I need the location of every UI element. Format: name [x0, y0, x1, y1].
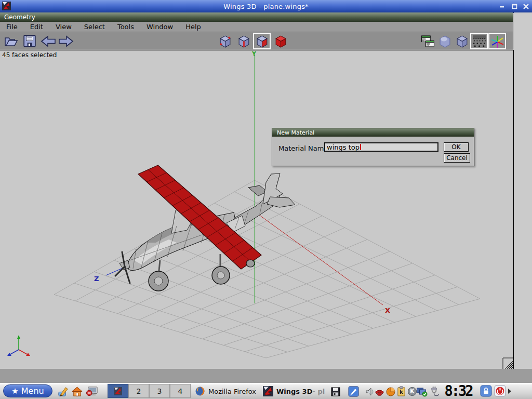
- menu-bar: File Edit View Select Tools Window Help: [0, 22, 513, 32]
- wings3d-app-icon: [2, 2, 11, 10]
- dialog-titlebar[interactable]: New Material: [272, 128, 474, 137]
- vertex-mode-button[interactable]: [216, 33, 234, 49]
- home-icon: [71, 385, 83, 397]
- smooth-cube-icon: [438, 34, 452, 48]
- y-axis-label: Y: [251, 50, 257, 57]
- ground-plane-toggle-button[interactable]: [470, 33, 488, 49]
- app-background: [514, 12, 532, 369]
- geometry-viewport[interactable]: Y: [0, 50, 514, 369]
- logout-button[interactable]: [494, 385, 506, 397]
- selection-status-text: 45 faces selected: [2, 51, 57, 59]
- axes-icon: [490, 34, 504, 48]
- power-plug-tray-icon[interactable]: [428, 385, 441, 398]
- ok-button[interactable]: OK: [444, 142, 469, 152]
- menu-tools[interactable]: Tools: [111, 23, 140, 31]
- save-floppy-icon: [23, 34, 36, 48]
- save-file-button[interactable]: [21, 33, 38, 49]
- start-menu-button[interactable]: ★ Menu: [3, 384, 52, 397]
- menu-edit[interactable]: Edit: [24, 23, 49, 31]
- menu-view[interactable]: View: [49, 23, 78, 31]
- geometry-window-title: Geometry: [4, 14, 35, 21]
- forward-arrow-icon: [58, 35, 74, 47]
- edge-mode-button[interactable]: [235, 33, 252, 49]
- face-mode-button[interactable]: [253, 33, 271, 49]
- workspace-3[interactable]: 3: [149, 384, 170, 398]
- dialog-title-text: New Material: [277, 129, 314, 136]
- maximize-button[interactable]: [510, 2, 518, 10]
- vertex-cube-icon: [218, 34, 232, 48]
- cancel-button[interactable]: Cancel: [444, 153, 470, 163]
- airplane-model[interactable]: [115, 165, 295, 291]
- workspace-4[interactable]: 4: [170, 384, 191, 398]
- show-axes-toggle-button[interactable]: [488, 33, 506, 49]
- edge-cube-icon: [237, 34, 251, 48]
- workspace-pager: 2 3 4: [108, 384, 191, 398]
- body-cube-icon: [274, 34, 288, 48]
- menu-window[interactable]: Window: [140, 23, 179, 31]
- taskbar-clock[interactable]: 8:32: [442, 383, 474, 398]
- task-wings3d[interactable]: Wings 3D - pl: [263, 385, 325, 397]
- firefox-icon: [195, 386, 205, 396]
- body-mode-button[interactable]: [272, 33, 289, 49]
- home-launcher-button[interactable]: [71, 385, 84, 398]
- open-file-button[interactable]: [2, 33, 20, 49]
- material-name-label: Material Name: [278, 144, 328, 152]
- windows-icon: [421, 34, 435, 48]
- menu-help[interactable]: Help: [179, 23, 207, 31]
- open-folder-icon: [4, 35, 18, 48]
- smooth-preview-button[interactable]: [436, 33, 454, 49]
- lock-session-button[interactable]: [480, 385, 492, 397]
- paint-tray-icon[interactable]: [347, 385, 360, 398]
- taskbar: ★ Menu: [0, 383, 532, 399]
- pencil-icon: [58, 385, 70, 397]
- wireframe-cube-icon: [455, 34, 469, 48]
- show-edges-button[interactable]: [453, 33, 471, 49]
- viewport-resize-grip[interactable]: [503, 358, 513, 369]
- workspace-1-active[interactable]: [108, 384, 128, 398]
- wings3d-task-icon: [263, 386, 273, 396]
- x-axis-label: X: [385, 307, 390, 314]
- redo-button[interactable]: [57, 33, 75, 49]
- minimize-button[interactable]: [498, 2, 506, 10]
- svg-text:K: K: [410, 388, 415, 395]
- close-icon[interactable]: [522, 2, 530, 10]
- svg-text:k: k: [400, 389, 404, 395]
- new-material-dialog: New Material Material Name wings top OK …: [272, 128, 474, 166]
- wings3d-window-thumbnail: [114, 387, 122, 395]
- window-title: Wings 3D - plane.wings*: [0, 3, 532, 10]
- notes-launcher-button[interactable]: [57, 385, 70, 398]
- face-cube-icon: [255, 34, 269, 48]
- windows-toggle-button[interactable]: [419, 33, 436, 49]
- geometry-window-titlebar[interactable]: Geometry: [0, 12, 513, 22]
- back-arrow-icon: [41, 35, 56, 47]
- displays-check-tray-icon[interactable]: [416, 385, 429, 398]
- x-axis-line: [255, 212, 383, 305]
- undo-button[interactable]: [39, 33, 57, 49]
- floppy-tray-icon[interactable]: [329, 385, 342, 398]
- toolbar: [0, 32, 513, 50]
- monitor-logout-icon: [85, 385, 98, 397]
- material-name-value: wings top: [327, 143, 360, 151]
- menu-file[interactable]: File: [0, 23, 24, 31]
- orientation-axes-icon: [7, 335, 30, 356]
- ground-grid-icon: [472, 34, 486, 48]
- text-cursor: [360, 144, 361, 150]
- z-axis-label: Z: [94, 275, 99, 283]
- task-mozilla-firefox[interactable]: Mozilla Firefox: [195, 385, 256, 397]
- window-titlebar[interactable]: Wings 3D - plane.wings*: [0, 0, 532, 13]
- material-name-input[interactable]: wings top: [324, 142, 438, 152]
- window-bottom-edge: [0, 369, 532, 383]
- star-icon: ★: [11, 387, 18, 396]
- lock-screen-launcher-button[interactable]: [85, 385, 98, 398]
- workspace-2[interactable]: 2: [128, 384, 149, 398]
- menu-select[interactable]: Select: [78, 23, 111, 31]
- panel-hide-arrow[interactable]: [508, 389, 511, 394]
